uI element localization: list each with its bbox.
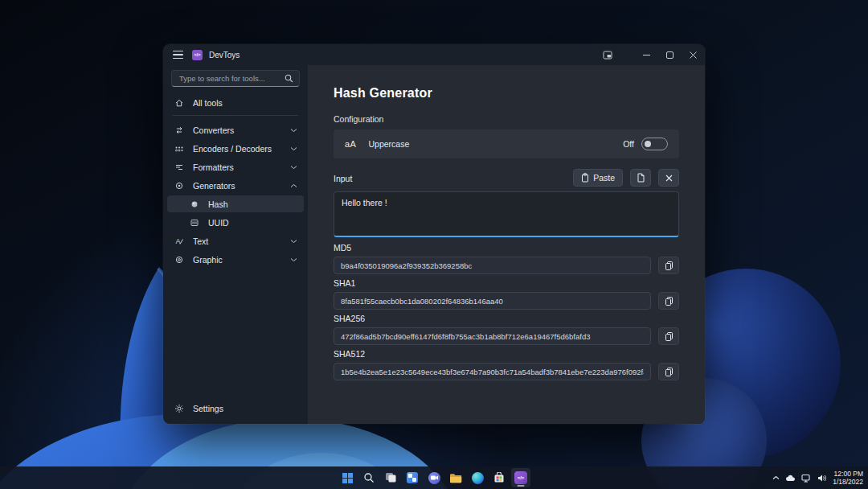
configuration-section-label: Configuration [334,114,679,124]
uppercase-toggle-group: Off [623,138,668,150]
sidebar-item-all-tools[interactable]: All tools [167,94,304,111]
volume-icon[interactable] [817,474,827,483]
search-input[interactable] [178,73,285,84]
search-icon [363,472,375,483]
minimize-button[interactable] [635,44,658,65]
chat-icon [428,472,440,484]
windows-logo-icon [342,473,353,483]
settings-label: Settings [193,404,223,413]
taskbar-clock[interactable]: 12:00 PM 1/18/2022 [833,470,863,486]
sha512-copy-button[interactable] [658,363,679,380]
sidebar-item-label: Graphic [193,255,223,265]
taskbar-center-icons: </> [338,466,530,489]
chat-button[interactable] [424,468,444,487]
chevron-down-icon [290,257,297,262]
home-icon [174,98,184,108]
chevron-down-icon [290,239,297,244]
search-box[interactable] [171,70,300,87]
search-icon [285,74,293,83]
sha1-row [334,292,679,310]
task-view-button[interactable] [381,468,400,487]
copy-icon [665,296,674,306]
network-icon[interactable] [801,474,812,483]
maximize-button[interactable] [658,44,682,65]
sidebar-item-hash[interactable]: Hash [167,195,304,212]
file-explorer-icon [449,473,462,483]
edge-button[interactable] [468,468,487,487]
devtoys-window: </> DevToys All tools Converters [163,44,705,424]
onedrive-cloud-icon[interactable] [785,475,796,482]
sidebar-item-label: UUID [208,218,229,228]
uppercase-toggle[interactable] [641,138,668,150]
file-icon [637,173,645,183]
file-explorer-button[interactable] [446,468,465,487]
input-actions: Paste [573,169,679,187]
sha512-output[interactable] [334,363,651,380]
sidebar-item-encoders-decoders[interactable]: Encoders / Decoders [167,140,304,157]
sidebar-item-label: Converters [193,125,234,135]
chevron-down-icon [290,128,297,133]
chevron-down-icon [290,165,297,170]
sha512-row [334,363,679,380]
toggle-knob [645,141,651,147]
input-header: Input Paste [334,169,679,187]
sha1-copy-button[interactable] [658,292,679,310]
sidebar-item-converters[interactable]: Converters [167,121,304,138]
sidebar-item-text[interactable]: A Text [167,232,304,249]
sidebar-item-settings[interactable]: Settings [163,397,308,421]
devtoys-taskbar-button[interactable]: </> [511,468,530,487]
sha1-output[interactable] [334,292,651,310]
generators-icon [174,181,184,191]
sidebar-separator [173,115,298,116]
paste-button[interactable]: Paste [573,169,623,187]
gear-icon [174,404,184,413]
copy-icon [665,331,674,341]
clock-date: 1/18/2022 [833,478,863,486]
clock-time: 12:00 PM [833,470,863,478]
hash-icon [189,199,199,209]
tray-chevron-up-icon[interactable] [772,475,780,480]
copy-icon [665,367,674,376]
sha1-label: SHA1 [334,278,679,288]
edge-icon [472,472,484,484]
uppercase-label: Uppercase [368,139,409,149]
sidebar-item-label: Encoders / Decoders [193,144,272,154]
open-file-button[interactable] [630,169,651,187]
md5-row [334,257,679,274]
close-icon [665,175,673,182]
input-textarea[interactable]: Hello there ! [334,191,679,237]
page-title: Hash Generator [334,86,679,101]
sidebar-nav: All tools Converters Encoders / Decoders… [163,94,308,397]
devtoys-icon: </> [514,471,527,484]
sidebar-item-label: Hash [208,199,228,209]
hamburger-menu-icon[interactable] [173,51,183,60]
main-pane: Hash Generator Configuration aA Uppercas… [308,65,705,424]
compact-overlay-button[interactable] [600,48,615,61]
sidebar-item-formatters[interactable]: Formatters [167,158,304,175]
sha512-label: SHA512 [334,349,679,359]
sha256-output[interactable] [334,327,651,345]
sha256-copy-button[interactable] [658,327,679,345]
close-button[interactable] [682,44,705,65]
sha256-row [334,327,679,345]
taskbar: </> 12:00 PM 1/18/2022 [0,466,868,489]
encoders-decoders-icon [174,144,184,154]
taskbar-search-button[interactable] [359,468,379,487]
md5-copy-button[interactable] [658,257,679,274]
start-button[interactable] [338,468,357,487]
sidebar-item-uuid[interactable]: UUID [167,214,304,231]
paste-icon [581,173,589,183]
selection-accent-bar [169,199,171,208]
uppercase-icon: aA [345,139,356,149]
sidebar: All tools Converters Encoders / Decoders… [163,65,308,424]
devtoys-logo-icon: </> [192,50,203,60]
store-button[interactable] [489,468,509,487]
clear-input-button[interactable] [658,169,679,187]
widgets-button[interactable] [403,468,422,487]
sidebar-item-generators[interactable]: Generators [167,177,304,194]
graphic-tool-icon [174,255,184,265]
sidebar-item-graphic[interactable]: Graphic [167,251,304,268]
chevron-up-icon [290,183,297,188]
sha256-label: SHA256 [334,314,679,323]
md5-output[interactable] [334,257,651,274]
